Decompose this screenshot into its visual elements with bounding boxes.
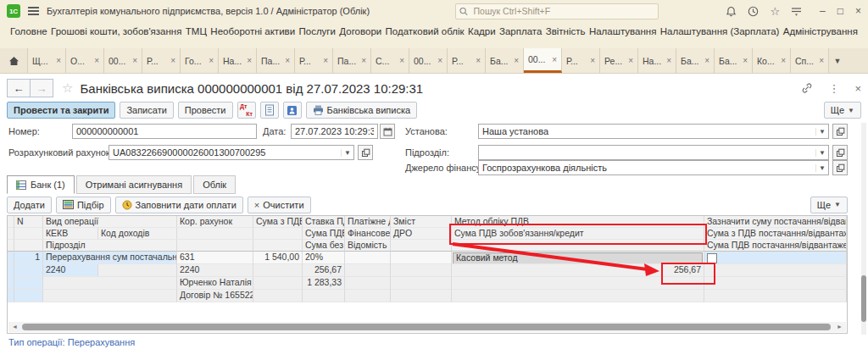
cell-vat-liability[interactable]: 256,67 xyxy=(452,264,704,277)
tab-close-icon[interactable]: × xyxy=(94,56,99,65)
get-link-icon[interactable] xyxy=(801,82,813,94)
cell-account-4[interactable]: Договір № 165522 ... xyxy=(177,290,253,302)
tab-close-icon[interactable]: × xyxy=(437,56,442,65)
tab-close-icon[interactable]: × xyxy=(399,56,404,65)
cell-department[interactable] xyxy=(43,277,177,290)
window-tab[interactable]: Го... × xyxy=(181,48,219,73)
operation-type-link[interactable]: Тип операції: Перерахування xyxy=(8,337,135,347)
date-input[interactable] xyxy=(292,126,377,136)
window-tab[interactable]: На... × xyxy=(219,48,257,73)
cell-vat-method[interactable]: Касовий метод xyxy=(452,252,704,264)
bank-account-input[interactable] xyxy=(109,147,341,158)
menu-item[interactable]: Налаштування (Зарплата) xyxy=(660,26,780,36)
bank-account-open-button[interactable] xyxy=(358,145,373,160)
hamburger-menu-icon[interactable] xyxy=(28,7,39,15)
more-kebab-icon[interactable]: ⋮ xyxy=(828,82,839,95)
cell-kekv[interactable]: 2240 xyxy=(43,264,98,277)
window-tab[interactable]: Ре... × xyxy=(600,48,638,73)
cell-income-code[interactable] xyxy=(98,264,177,277)
row-select-bar[interactable] xyxy=(8,264,14,277)
tab-close-icon[interactable]: × xyxy=(361,56,366,65)
home-tab[interactable] xyxy=(0,48,28,73)
mark-supply-checkbox[interactable] xyxy=(707,253,717,263)
tab-close-icon[interactable]: × xyxy=(628,56,633,65)
window-tab[interactable]: Па... × xyxy=(257,48,295,73)
cell-empty[interactable] xyxy=(43,290,177,302)
vertical-scroll-thumb[interactable] xyxy=(861,275,866,322)
cell-account-3[interactable]: Юрченко Наталія Г... xyxy=(177,277,253,290)
number-field[interactable] xyxy=(72,124,257,139)
document-register-button[interactable] xyxy=(260,102,279,119)
window-tab[interactable]: 00... × xyxy=(104,48,142,73)
row-select-bar[interactable] xyxy=(8,277,14,290)
forward-button[interactable]: → xyxy=(31,79,53,97)
window-tab[interactable]: Ко... × xyxy=(753,48,791,73)
row-select-bar[interactable] xyxy=(8,290,14,302)
window-tab[interactable]: Р... × xyxy=(142,48,181,73)
service-menu-icon[interactable] xyxy=(791,6,802,17)
cell-empty[interactable] xyxy=(452,290,704,302)
funding-source-field[interactable]: ▼ xyxy=(478,160,829,175)
cell-empty[interactable] xyxy=(14,290,43,302)
dt-kt-postings-button[interactable]: ДтКт xyxy=(237,102,256,119)
window-tab[interactable]: 00... × xyxy=(524,48,562,73)
clear-button[interactable]: × Очистити xyxy=(248,197,311,213)
tab-close-icon[interactable]: × xyxy=(743,56,748,65)
cell-empty[interactable] xyxy=(704,277,847,290)
cell-account[interactable]: 631 xyxy=(177,252,253,264)
vat-method-value[interactable]: Касовий метод xyxy=(453,252,703,264)
date-field[interactable] xyxy=(291,124,378,139)
print-statement-button[interactable]: Банківська виписка xyxy=(306,102,418,119)
window-tab[interactable]: Р... × xyxy=(295,48,333,73)
favorites-star-icon[interactable]: ☆ xyxy=(770,6,780,17)
minimize-button[interactable]: – xyxy=(820,5,826,17)
notifications-bell-icon[interactable] xyxy=(726,6,737,17)
fill-payment-dates-button[interactable]: Заповнити дати оплати xyxy=(115,197,243,213)
menu-item[interactable]: Послуги xyxy=(298,26,336,36)
global-search[interactable] xyxy=(455,3,659,19)
tab-close-icon[interactable]: × xyxy=(56,56,61,65)
funding-source-input[interactable] xyxy=(479,163,815,173)
funding-dropdown-icon[interactable]: ▼ xyxy=(815,164,828,172)
organization-field[interactable]: ▼ xyxy=(478,124,829,139)
tab-close-icon[interactable]: × xyxy=(476,56,481,65)
menu-item[interactable]: Головне xyxy=(10,26,47,36)
add-row-button[interactable]: Додати xyxy=(7,197,52,213)
cell-sum-with-vat[interactable]: 1 540,00 xyxy=(253,252,303,264)
cell-fin-obligation[interactable] xyxy=(345,264,391,277)
back-button[interactable]: ← xyxy=(7,79,31,97)
cell-content[interactable] xyxy=(391,252,452,264)
organization-open-button[interactable] xyxy=(832,124,848,139)
funding-open-button[interactable] xyxy=(832,160,848,175)
department-dropdown-icon[interactable]: ▼ xyxy=(815,149,828,157)
save-button[interactable]: Записати xyxy=(120,102,173,119)
cell-empty[interactable] xyxy=(391,290,452,302)
bank-account-dropdown-icon[interactable]: ▼ xyxy=(341,149,353,157)
scroll-right-arrow-icon[interactable]: ► xyxy=(837,324,843,330)
calendar-picker-button[interactable] xyxy=(380,124,395,139)
tab-close-icon[interactable]: × xyxy=(323,56,328,65)
tab-overflow-chevron-down-icon[interactable]: ▼ xyxy=(829,48,846,73)
department-field[interactable]: ▼ xyxy=(478,145,829,160)
cell-empty[interactable] xyxy=(391,277,452,290)
search-input[interactable] xyxy=(472,5,655,17)
cell-vidomist[interactable] xyxy=(345,277,391,290)
window-tab[interactable]: Р... × xyxy=(448,48,486,73)
bank-account-field[interactable]: ▼ xyxy=(108,145,354,160)
cell-vat-sum[interactable]: 256,67 xyxy=(303,264,345,277)
tab-close-icon[interactable]: × xyxy=(552,55,557,64)
cell-empty[interactable] xyxy=(452,277,704,290)
tab-close-icon[interactable]: × xyxy=(132,56,137,65)
close-window-button[interactable]: × xyxy=(855,5,861,17)
menu-item[interactable]: Звітність xyxy=(546,26,586,36)
history-clock-icon[interactable] xyxy=(748,6,759,17)
favorite-star-icon[interactable]: ☆ xyxy=(62,80,73,96)
operation-type-value[interactable]: Перерахування xyxy=(68,337,135,347)
table-more-button[interactable]: Ще ▼ xyxy=(810,197,848,213)
tab-close-icon[interactable]: × xyxy=(285,56,290,65)
window-tab[interactable]: Р... × xyxy=(562,48,600,73)
window-tab[interactable]: На... × xyxy=(638,48,676,73)
window-tab[interactable]: 00... × xyxy=(409,48,448,73)
organization-dropdown-icon[interactable]: ▼ xyxy=(815,128,828,136)
window-tab[interactable]: Сп... × xyxy=(791,48,829,73)
